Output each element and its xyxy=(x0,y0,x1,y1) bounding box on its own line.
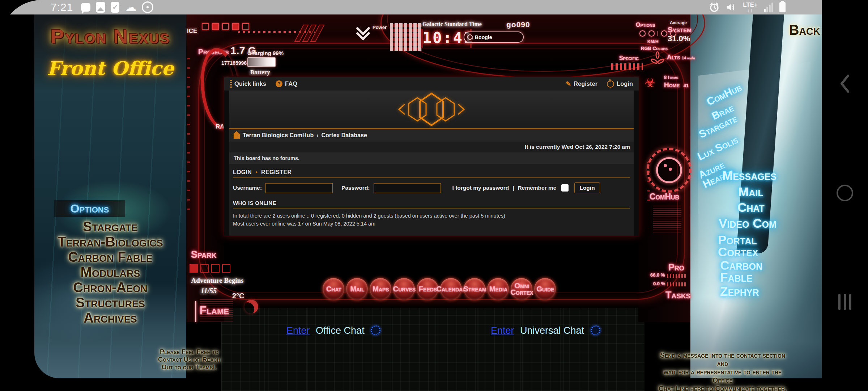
hud-partial-text: ICE xyxy=(187,28,197,35)
chat-status-spinner-icon xyxy=(591,325,600,335)
pencil-icon: ✎ xyxy=(566,80,571,88)
enter-chat-link[interactable]: Enter xyxy=(491,325,514,336)
chat-link-row: Enter Office Chat xyxy=(286,325,380,336)
rgb-label: RGB Colors xyxy=(641,46,668,51)
right-menu-item[interactable]: Carbon Fable xyxy=(720,259,762,283)
spark-label: Spark xyxy=(191,249,216,260)
percent-1-bars xyxy=(667,272,687,278)
login-link[interactable]: Login xyxy=(607,80,633,88)
left-menu-item[interactable]: Carbon Fable xyxy=(34,249,186,265)
right-menu-item[interactable]: Zephyr xyxy=(720,285,759,297)
contact-caption-right: Send a message into the contact section … xyxy=(655,351,790,391)
brand-label: go090 xyxy=(506,20,530,29)
right-menu-item[interactable]: Chat xyxy=(737,201,765,213)
charging-label: Charging 99% xyxy=(247,50,284,56)
comhub-dial xyxy=(647,148,692,193)
right-menu-item[interactable]: Portal Cortex xyxy=(718,234,758,258)
breadcrumb: Terran Biologics ComHub ‹ Cortex Databas… xyxy=(229,128,634,142)
projects-gauge-label: Projects 1.7 G xyxy=(198,45,256,57)
power-label: Power xyxy=(373,25,387,30)
hud-top-arc-inner xyxy=(387,14,698,72)
current-time-text: It is currently Wed Oct 26, 2022 7:20 am xyxy=(229,142,634,152)
hud-circles xyxy=(639,30,676,37)
faq-link[interactable]: ? FAQ xyxy=(276,80,297,87)
adventure-label: Adventure Begins xyxy=(185,277,250,285)
hud-top-arc xyxy=(380,14,705,78)
chat-status-spinner-icon xyxy=(371,325,380,335)
hud-squares xyxy=(202,23,249,30)
battery-icon xyxy=(779,2,786,12)
power-icon xyxy=(607,80,614,88)
hud-block-chart xyxy=(390,23,422,51)
register-link[interactable]: ✎ Register xyxy=(566,80,597,88)
hud-clock: 10:41 xyxy=(422,29,468,47)
home-nav-button[interactable] xyxy=(822,185,868,201)
breadcrumb-current-link[interactable]: Cortex Database xyxy=(322,132,367,139)
gst-label: Galactic Standard Time xyxy=(422,21,482,28)
no-forums-notice: This board has no forums. xyxy=(229,152,634,164)
items-label: 8 Items xyxy=(664,75,678,80)
username-label: Username: xyxy=(233,185,262,191)
left-menu-item[interactable]: Terran-Biologics xyxy=(34,234,186,249)
hud-options-label: Options xyxy=(636,22,655,28)
battery-label: Battery xyxy=(250,69,270,76)
left-menu-item[interactable]: Chron-Aeon xyxy=(34,280,186,295)
back-button[interactable]: Back xyxy=(788,22,821,38)
login-submit-button[interactable]: Login xyxy=(574,182,600,193)
left-menu-item[interactable]: Stargate xyxy=(34,219,186,234)
left-menu-item[interactable]: Modulars xyxy=(34,265,186,280)
pro-label: Pro xyxy=(668,262,684,273)
percent-2-bars xyxy=(667,281,687,286)
temperature-label: 2°C xyxy=(232,292,244,300)
alarm-icon xyxy=(709,2,720,13)
forum-frame: Quick links ? FAQ ✎ Register Login xyxy=(224,77,639,236)
task-notification-icon: ✓ xyxy=(111,2,119,13)
status-time: 7:21 xyxy=(51,1,73,13)
breadcrumb-board-link[interactable]: Terran Biologics ComHub xyxy=(243,132,314,139)
left-menu-item[interactable]: Archives xyxy=(34,310,186,325)
search-icon xyxy=(467,34,473,40)
quick-links-menu[interactable]: Quick links xyxy=(230,80,266,88)
hud-slashes xyxy=(294,25,325,42)
hud-round-button[interactable]: Guide xyxy=(534,277,557,302)
login-heading-link[interactable]: LOGIN xyxy=(233,169,252,176)
gallery-notification-icon xyxy=(96,2,105,13)
recents-icon xyxy=(838,294,851,310)
username-field[interactable] xyxy=(265,183,333,193)
hud-dot-row xyxy=(238,31,315,33)
right-menu-item[interactable]: Mail xyxy=(738,186,763,198)
forgot-password-link[interactable]: I forgot my password xyxy=(452,185,509,191)
adventure-value: 11/55 xyxy=(185,287,232,295)
system-value: 31.0% xyxy=(668,34,690,43)
browser-page: Pylon Nexus Front Office Options Stargat… xyxy=(0,14,825,391)
tasks-label: Tasks xyxy=(665,290,690,301)
password-field[interactable] xyxy=(374,183,441,193)
register-label: Register xyxy=(574,80,597,87)
chevron-down-icon xyxy=(357,23,370,38)
options-header: Options xyxy=(54,200,125,217)
right-menu-item[interactable]: Messages xyxy=(722,169,776,181)
timer-notification-icon xyxy=(142,1,153,13)
breadcrumb-separator: ‹ xyxy=(316,132,318,139)
signal-icon xyxy=(763,2,774,13)
quick-links-icon xyxy=(230,80,232,88)
flame-divider xyxy=(195,301,196,322)
hud-left-band xyxy=(186,14,224,322)
projects-number: 1771859968 xyxy=(221,60,250,66)
left-menu-item[interactable]: Structures xyxy=(34,295,186,310)
hud-battery-bar xyxy=(247,57,276,67)
site-logo-subtitle: Front Office xyxy=(37,57,183,79)
search-input[interactable]: Boogle xyxy=(464,31,524,43)
back-nav-button[interactable] xyxy=(822,74,868,93)
system-label: System xyxy=(668,25,692,34)
right-menu-item[interactable]: Video Com xyxy=(719,217,776,229)
enter-chat-link[interactable]: Enter xyxy=(286,325,310,336)
hud-top-band xyxy=(186,14,690,71)
home-icon xyxy=(234,134,240,139)
phone-screen: 7:21 ✓ ☁ LTE+ ↓↑ xyxy=(0,0,868,391)
register-heading-link[interactable]: REGISTER xyxy=(261,169,292,176)
hexagon-emblem xyxy=(392,92,471,127)
message-notification-icon xyxy=(81,3,90,12)
remember-me-checkbox[interactable] xyxy=(561,184,569,192)
recents-nav-button[interactable] xyxy=(822,294,868,310)
